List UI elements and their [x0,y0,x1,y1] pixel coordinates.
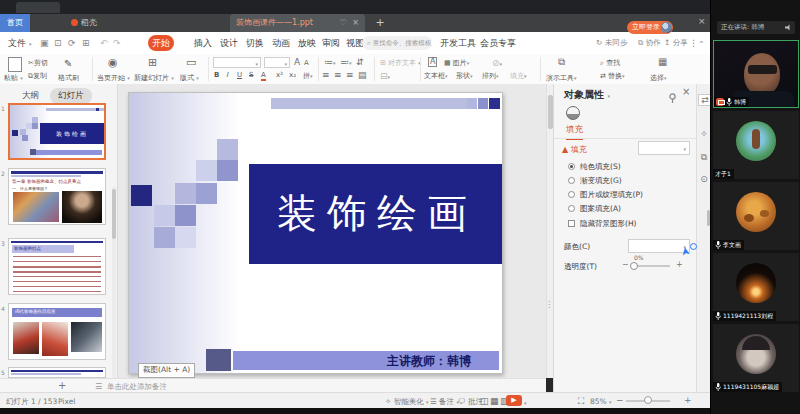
decrease-font-icon[interactable]: A [304,59,309,67]
outline-tab[interactable]: 大纲 [22,90,39,102]
help-icon[interactable]: ⊙ [698,174,710,184]
participant-video-4[interactable]: 1119421113刘程 [713,253,799,321]
align-text-button-disabled[interactable]: ⊞ 对齐文本 ▾ [380,58,421,68]
notes-toggle-button[interactable]: ☰ 备注 ▾ [430,397,459,407]
new-tab-button[interactable]: + [372,14,388,32]
copy-button[interactable]: ⧉复制 [28,71,47,81]
line-spacing-icon[interactable]: ⇵ [356,57,364,67]
fit-window-icon[interactable]: ⛶ [578,396,584,407]
shape-button[interactable]: 形状▾ [456,71,473,81]
slide-canvas[interactable]: 装饰绘画 主讲教师：韩博 [118,84,546,378]
hide-background-checkbox[interactable] [568,220,575,227]
account-login-badge[interactable]: 立即登录 [627,21,673,34]
ai-beautify-button[interactable]: ✧ 智能美化 ▾ [385,397,429,407]
tab-home[interactable]: 首页 [0,14,30,32]
slide-thumbnail-3[interactable]: 装饰画的特点 [8,238,106,295]
fill-button-disabled[interactable]: 填充▾ [510,71,527,81]
zoom-slider-knob[interactable] [644,396,652,404]
play-from-current-label[interactable]: 当页开始 ▾ [97,73,130,83]
redo-icon[interactable]: ↷ [113,32,121,54]
layout-label[interactable]: 版式 ▾ [180,73,199,83]
pinyin-button[interactable]: 拼▾ [303,71,313,81]
strikethrough-button[interactable]: S [249,71,253,79]
ribbon-tab-slideshow[interactable]: 放映 [294,35,320,51]
sync-status[interactable]: ↻ 未同步 [596,32,627,54]
tab-docer[interactable]: 稻壳 [66,14,112,32]
participant-video-5[interactable]: 1119431105麻颖超 [713,324,799,392]
bullets-icon[interactable]: ≔▾ [324,57,336,67]
effects-icon[interactable]: ✧ [698,129,710,139]
transparency-minus[interactable]: − [622,260,629,269]
slide-1[interactable]: 装饰绘画 主讲教师：韩博 [128,92,503,374]
close-window-icon[interactable]: × [698,16,706,26]
paragraph-layout-icon-disabled[interactable]: ⊟▾ [380,71,390,81]
replace-button[interactable]: ⇄ 替换▾ [600,71,625,81]
bold-button[interactable]: B [214,71,219,79]
increase-font-icon[interactable]: A [294,57,300,67]
preview-icon[interactable]: ⟳ [68,32,76,54]
notes-placeholder[interactable]: 单击此处添加备注 [107,382,167,392]
presentation-tools-label[interactable]: 演示工具▾ [546,73,577,83]
close-tab-icon[interactable]: × [352,14,359,32]
pin-icon[interactable] [668,88,677,107]
layout-icon[interactable]: ▭ [186,56,196,69]
font-name-select[interactable]: ▾ [213,57,261,68]
zoom-level[interactable]: 85% ▾ [590,397,612,406]
play-from-current-icon[interactable]: ◉ [108,56,118,69]
save-icon[interactable]: ▣ [40,32,49,54]
transparency-plus[interactable]: + [676,260,683,269]
numbering-icon[interactable]: ≕▾ [340,57,352,67]
ribbon-tab-review[interactable]: 审阅 [318,35,344,51]
select-icon[interactable]: ▦ [658,56,667,67]
more-menu-icon[interactable]: ⋮ [689,32,698,54]
paste-label[interactable]: 粘贴 ▾ [4,73,23,83]
slideshow-play-button[interactable]: ▶ [506,395,522,406]
textbox-button[interactable]: 文本框▾ [424,71,448,81]
file-menu[interactable]: 文件 ▾ [8,32,31,54]
cut-button[interactable]: ✂剪切 [28,58,48,68]
fill-preset-dropdown[interactable]: ▾ [638,141,690,155]
paste-icon[interactable] [8,57,22,72]
format-painter-label[interactable]: 格式刷 [58,73,79,83]
picture-fill-radio[interactable] [568,191,575,198]
normal-view-icon[interactable]: ◫ [480,396,489,406]
align-center-icon[interactable]: ≡ [334,70,342,80]
collapse-ribbon-icon[interactable]: ⌃ [698,40,705,49]
slide-thumbnail-5[interactable] [8,367,106,378]
slide-thumbnail-4[interactable]: 现代装饰画作品欣赏 [8,303,106,360]
presentation-tools-icon[interactable]: ⧉ [558,56,565,68]
ribbon-tab-design[interactable]: 设计 [216,35,242,51]
underline-button[interactable]: U [237,71,242,79]
slides-tab[interactable]: 幻灯片 [50,88,92,104]
italic-button[interactable]: I [226,71,228,79]
panel-resize-handle[interactable]: ⋮ [545,300,553,309]
export-icon[interactable]: ⊞ [82,32,90,54]
favorite-heart-icon[interactable]: ♡ [340,14,347,32]
zoom-out-button[interactable]: − [616,395,624,405]
solid-fill-radio[interactable] [568,163,575,170]
slide-sorter-icon[interactable]: ▦ [490,396,499,406]
add-slide-button[interactable]: + [58,380,66,391]
slide-footer-text[interactable]: 主讲教师：韩博 [387,353,471,370]
ribbon-tab-home[interactable]: 开始 [148,35,174,51]
find-button[interactable]: ⌕ 查找 [600,58,620,68]
align-right-icon[interactable]: ≡ [346,70,354,80]
format-painter-icon[interactable]: ✎ [64,58,72,69]
slide-thumbnail-2[interactable]: 第一章 装饰画的概念、特点及要点 一、什么是装饰画？ [8,168,106,225]
transparency-slider-knob[interactable] [630,262,638,270]
new-slide-label[interactable]: 新建幻灯片 ▾ [134,73,174,83]
notes-menu-icon[interactable]: ☰ [95,382,102,391]
pattern-fill-radio[interactable] [568,205,575,212]
font-size-select[interactable]: ▾ [264,57,290,68]
fill-tab-icon[interactable] [566,106,580,120]
superscript-button[interactable]: x² [276,71,283,79]
slide-thumbnail-1[interactable]: 装饰绘画 [8,103,106,160]
play-options-dropdown[interactable]: ▾ [524,398,527,407]
share-button[interactable]: ↥ 分享 [664,32,688,54]
fill-icon-disabled[interactable]: ⊘▾ [492,58,502,68]
slide-footer-bar[interactable]: 主讲教师：韩博 [233,351,499,370]
participant-video-2[interactable]: 才子1 [713,111,799,179]
collaborate-button[interactable]: ⧉ 协作 [638,32,661,54]
selection-pane-icon[interactable]: ⧉ [698,152,710,163]
wordart-icon[interactable]: A [428,57,437,67]
